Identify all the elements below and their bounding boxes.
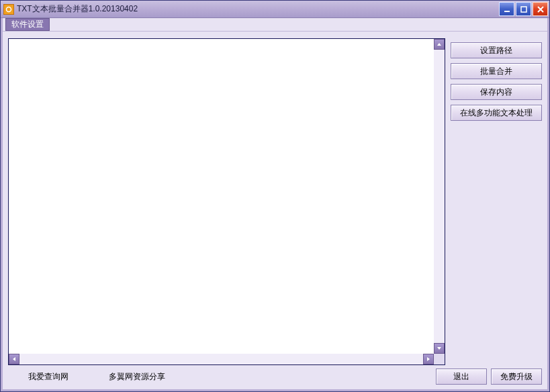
textarea-content[interactable] xyxy=(9,39,434,354)
menu-settings[interactable]: 软件设置 xyxy=(5,18,50,31)
online-tool-button[interactable]: 在线多功能文本处理 xyxy=(451,105,542,121)
set-path-button[interactable]: 设置路径 xyxy=(451,42,542,58)
vertical-scrollbar[interactable] xyxy=(434,39,445,354)
menubar: 软件设置 xyxy=(3,18,547,32)
save-content-button[interactable]: 保存内容 xyxy=(451,84,542,100)
close-button[interactable] xyxy=(533,2,548,16)
footer-link-1[interactable]: 我爱查询网 xyxy=(28,371,68,383)
svg-rect-2 xyxy=(521,7,526,12)
scroll-corner xyxy=(434,354,445,364)
side-panel: 设置路径 批量合并 保存内容 在线多功能文本处理 xyxy=(451,38,542,365)
app-window: TXT文本批量合并器1.0.20130402 软件设置 xyxy=(0,0,550,392)
scroll-left-button[interactable] xyxy=(9,354,19,364)
batch-merge-button[interactable]: 批量合并 xyxy=(451,63,542,79)
hscroll-track[interactable] xyxy=(19,354,423,364)
maximize-button[interactable] xyxy=(516,2,531,16)
svg-rect-1 xyxy=(504,11,510,12)
exit-button[interactable]: 退出 xyxy=(436,369,487,385)
footer: 我爱查询网 多翼网资源分享 退出 免费升级 xyxy=(3,368,547,389)
horizontal-scrollbar[interactable] xyxy=(9,354,434,364)
client-area: 设置路径 批量合并 保存内容 在线多功能文本处理 我爱查询网 多翼网资源分享 退… xyxy=(3,32,547,389)
svg-point-0 xyxy=(7,7,11,11)
main-textarea[interactable] xyxy=(8,38,445,365)
vscroll-track[interactable] xyxy=(434,50,445,343)
titlebar[interactable]: TXT文本批量合并器1.0.20130402 xyxy=(1,1,549,18)
scroll-right-button[interactable] xyxy=(423,354,434,364)
scroll-up-button[interactable] xyxy=(434,39,445,50)
footer-link-2[interactable]: 多翼网资源分享 xyxy=(109,371,165,383)
scroll-down-button[interactable] xyxy=(434,343,445,354)
upgrade-button[interactable]: 免费升级 xyxy=(491,369,542,385)
window-title: TXT文本批量合并器1.0.20130402 xyxy=(17,3,138,15)
minimize-button[interactable] xyxy=(499,2,514,16)
app-icon xyxy=(3,4,14,15)
